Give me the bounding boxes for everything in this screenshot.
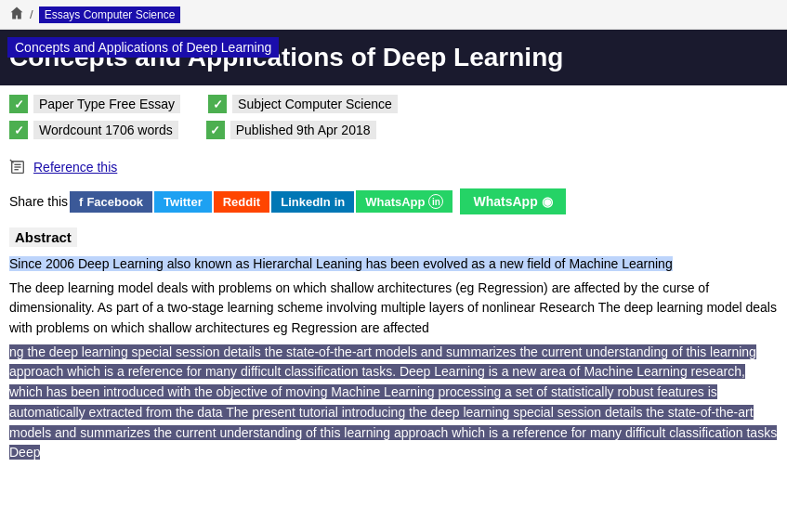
abstract-text-2: The deep learning model deals with probl…	[9, 280, 777, 335]
abstract-block-3: ng the deep learning special session det…	[9, 343, 778, 463]
subject-checkbox: ✓	[208, 95, 227, 113]
reference-section: Reference this	[0, 151, 787, 183]
whatsapp-main-icon: ◉	[542, 194, 553, 209]
meta-row-2: ✓ Wordcount 1706 words ✓ Published 9th A…	[9, 121, 778, 139]
whatsapp-main-label: WhatsApp	[473, 194, 537, 209]
wordcount-label: Wordcount 1706 words	[33, 121, 178, 139]
share-section: Share this f Facebook Twitter Reddit Lin…	[0, 183, 787, 220]
abstract-section: Abstract Since 2006 Deep Learning also k…	[0, 220, 787, 474]
twitter-label: Twitter	[164, 195, 203, 209]
abstract-text: Since 2006 Deep Learning also known as H…	[9, 254, 778, 463]
home-icon[interactable]	[9, 6, 24, 23]
whatsapp-outline-icon: in	[428, 194, 443, 209]
abstract-text-3: ng the deep learning special session det…	[9, 344, 777, 460]
share-label: Share this	[9, 194, 68, 209]
reference-link[interactable]: Reference this	[33, 160, 117, 175]
paper-type-checkbox: ✓	[9, 95, 28, 113]
facebook-label: Facebook	[86, 195, 143, 209]
share-linkedin-button[interactable]: LinkedIn in	[271, 191, 354, 213]
published-item: ✓ Published 9th Apr 2018	[206, 121, 376, 139]
published-label: Published 9th Apr 2018	[230, 121, 376, 139]
paper-type-label: Paper Type Free Essay	[33, 95, 180, 113]
page-title-bar: Concepts and Applications of Deep Learni…	[0, 30, 787, 85]
facebook-icon: f	[79, 195, 83, 209]
abstract-block-1: Since 2006 Deep Learning also known as H…	[9, 254, 778, 275]
abstract-block-2: The deep learning model deals with probl…	[9, 279, 778, 339]
abstract-text-1: Since 2006 Deep Learning also known as H…	[9, 256, 673, 271]
meta-section: ✓ Paper Type Free Essay ✓ Subject Comput…	[0, 85, 787, 151]
wordcount-item: ✓ Wordcount 1706 words	[9, 121, 178, 139]
share-reddit-button[interactable]: Reddit	[214, 191, 269, 213]
share-facebook-button[interactable]: f Facebook	[70, 191, 152, 213]
reference-icon	[9, 159, 26, 175]
whatsapp-outline-label: WhatsApp	[365, 195, 425, 209]
wordcount-checkbox: ✓	[9, 121, 28, 139]
breadcrumb: / Essays Computer Science	[0, 0, 787, 30]
subject-item: ✓ Subject Computer Science	[208, 95, 398, 113]
share-whatsapp-main-button[interactable]: WhatsApp ◉	[460, 188, 565, 214]
paper-type-item: ✓ Paper Type Free Essay	[9, 95, 180, 113]
published-checkbox: ✓	[206, 121, 225, 139]
subject-label: Subject Computer Science	[232, 95, 398, 113]
linkedin-label: LinkedIn	[281, 195, 330, 209]
breadcrumb-current: Essays Computer Science	[39, 6, 181, 23]
share-whatsapp-outline-button[interactable]: WhatsApp in	[356, 190, 453, 213]
breadcrumb-separator: /	[30, 7, 33, 21]
share-twitter-button[interactable]: Twitter	[154, 191, 212, 213]
page-title-overlay: Concepts and Applications of Deep Learni…	[7, 37, 279, 58]
linkedin-in-icon: in	[334, 195, 346, 209]
reddit-label: Reddit	[223, 195, 260, 209]
meta-row-1: ✓ Paper Type Free Essay ✓ Subject Comput…	[9, 95, 778, 113]
abstract-title: Abstract	[9, 227, 77, 247]
